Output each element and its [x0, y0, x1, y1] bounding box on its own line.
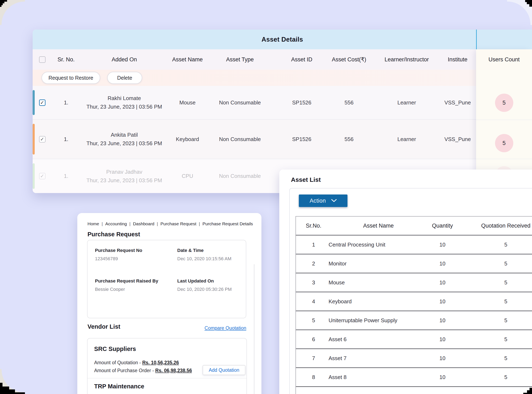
- row-asset-id: SP1526: [272, 120, 332, 159]
- col-sr-no: Sr.No.: [300, 217, 327, 235]
- col-asset-cost: Asset Cost(₹): [324, 49, 375, 70]
- table-row[interactable]: 8 Asset 8 10 5: [296, 368, 532, 387]
- breadcrumb-separator: |: [129, 221, 130, 226]
- row-asset-name: Asset 8: [329, 368, 428, 386]
- add-quotation-button[interactable]: Add Quotation: [203, 365, 245, 375]
- col-users-count: Users Count: [488, 56, 520, 63]
- table-row[interactable]: 7 Asset 7 10 5: [296, 349, 532, 368]
- row-institute: VSS_Pune: [434, 120, 481, 159]
- row-role: Learner: [375, 86, 438, 119]
- row-quantity: 10: [421, 349, 464, 367]
- breadcrumb-item[interactable]: Purchase Request: [160, 221, 196, 226]
- breadcrumb-item[interactable]: Dashboard: [133, 221, 154, 226]
- purchase-order-amount-value: Rs. 06,98,238.56: [155, 368, 192, 373]
- row-asset-name: Keyboard: [329, 292, 428, 311]
- row-asset-name: Keyboard: [157, 120, 218, 159]
- row-sr: 1.: [50, 120, 83, 159]
- purchase-order-amount-label: Amount of Purchase Order -: [94, 368, 155, 373]
- breadcrumb-separator: |: [199, 221, 200, 226]
- breadcrumb-item[interactable]: Accounting: [105, 221, 127, 226]
- row-asset-name: CPU: [157, 159, 218, 193]
- vendor-list-title: Vendor List: [87, 323, 120, 330]
- row-accent-bar: [33, 124, 35, 155]
- select-all-checkbox[interactable]: [39, 56, 46, 63]
- scrollbar[interactable]: [254, 264, 254, 394]
- row-asset-name: Central Processing Unit: [329, 235, 428, 254]
- row-sr: 1: [300, 235, 327, 254]
- col-asset-type: Asset Type: [209, 49, 271, 70]
- table-row[interactable]: 3 Mouse 10 5: [296, 273, 532, 292]
- row-asset-name: Mouse: [157, 86, 218, 119]
- page-title: Purchase Request: [87, 231, 140, 238]
- row-checkbox[interactable]: ✓: [39, 99, 46, 106]
- row-quotation: 5: [479, 311, 532, 330]
- row-accent-bar: [33, 90, 35, 115]
- purchase-request-details-card: Purchase Request No 123456789 Date & Tim…: [87, 240, 246, 318]
- asset-list-table-header: Sr.No. Asset Name Quantity Quotation Rec…: [296, 217, 532, 235]
- row-sr: 1.: [50, 159, 83, 193]
- row-sr: 5: [300, 311, 327, 330]
- asset-list-container: Action Sr.No. Asset Name Quantity Quotat…: [289, 188, 532, 394]
- row-asset-name: Asset 7: [329, 349, 428, 367]
- updated-value: Dec 10, 2020 05:30:26 PM: [177, 287, 232, 292]
- table-row[interactable]: 5 Uniterruptable Power Supply 10 5: [296, 311, 532, 330]
- breadcrumb-item[interactable]: Home: [87, 221, 99, 226]
- asset-details-column-header: Sr. No. Added On Asset Name Asset Type A…: [33, 49, 476, 70]
- asset-details-panel: Asset Details Sr. No. Added On Asset Nam…: [33, 30, 532, 193]
- divider: [87, 378, 247, 378]
- row-added-on: Thur, 23 June, 2023 | 03:56 PM: [86, 177, 162, 184]
- row-sr: 3: [300, 273, 327, 292]
- col-asset-id: Asset ID: [272, 49, 332, 70]
- compare-quotation-link[interactable]: Compare Quotation: [204, 325, 246, 331]
- col-institute: Institute: [434, 49, 481, 70]
- row-checkbox[interactable]: ✓: [39, 136, 46, 142]
- row-asset-cost: 556: [324, 120, 375, 159]
- table-row[interactable]: 6 Asset 6 10 5: [296, 330, 532, 349]
- datetime-value: Dec 10, 2020 10:15:56 AM: [177, 256, 232, 261]
- updated-label: Last Updated On: [177, 278, 214, 284]
- row-asset-name: Asset 6: [329, 330, 428, 348]
- row-asset-name: Uniterruptable Power Supply: [329, 311, 428, 330]
- action-dropdown-button[interactable]: Action: [299, 195, 347, 207]
- datetime-label: Date & Time: [177, 248, 204, 253]
- row-institute: VSS_Pune: [434, 86, 481, 119]
- raised-by-value: Bessie Cooper: [95, 287, 125, 292]
- vendor-list-card: SRC Suppliers Amount of Quotation - Rs. …: [87, 338, 247, 394]
- breadcrumb-item[interactable]: Purchase Request Details: [203, 221, 253, 226]
- col-asset-name: Asset Name: [329, 217, 428, 235]
- corner-curve: [507, 0, 532, 25]
- table-row[interactable]: ✓ 1. Ankita Patil Thur, 23 June, 2023 | …: [33, 119, 476, 159]
- row-quotation: 5: [479, 254, 532, 273]
- row-quantity: 10: [421, 330, 464, 348]
- asset-list-title: Asset List: [291, 176, 321, 183]
- quotation-amount-value: Rs. 10,56,235.26: [142, 360, 179, 365]
- table-row[interactable]: ✓ 1. Rakhi Lomate Thur, 23 June, 2023 | …: [33, 86, 476, 119]
- row-quantity: 10: [421, 292, 464, 311]
- row-sr: 2: [300, 254, 327, 273]
- row-quotation: 5: [479, 235, 532, 254]
- corner-artifact: [524, 0, 532, 8]
- row-divider: [476, 120, 532, 120]
- delete-button[interactable]: Delete: [107, 72, 142, 84]
- asset-list-table-body: 1 Central Processing Unit 10 5 2 Monitor…: [296, 235, 532, 387]
- table-row[interactable]: 1 Central Processing Unit 10 5: [296, 235, 532, 254]
- vendor-name: TRP Maintenance: [94, 383, 144, 390]
- raised-by-label: Purchase Request Raised By: [95, 278, 158, 284]
- row-added-by: Ankita Patil: [111, 132, 138, 138]
- breadcrumb-separator: |: [102, 221, 103, 226]
- request-to-restore-button[interactable]: Request to Restore: [41, 72, 100, 84]
- table-row[interactable]: 4 Keyboard 10 5: [296, 292, 532, 311]
- row-quantity: 10: [421, 235, 464, 254]
- row-added-on: Thur, 23 June, 2023 | 03:56 PM: [86, 104, 162, 110]
- request-no-value: 123456789: [95, 256, 118, 261]
- table-row[interactable]: 2 Monitor 10 5: [296, 254, 532, 273]
- col-added-on: Added On: [84, 49, 165, 70]
- row-checkbox[interactable]: ✓: [39, 173, 46, 179]
- row-asset-name: Mouse: [329, 273, 428, 292]
- row-asset-type: Non Consumable: [209, 86, 271, 119]
- users-count-badge: 5: [495, 94, 513, 112]
- users-column-divider: [476, 30, 477, 49]
- bulk-action-row: Request to Restore Delete: [33, 70, 476, 86]
- asset-list-table: Sr.No. Asset Name Quantity Quotation Rec…: [295, 216, 532, 394]
- corner-curve: [0, 0, 25, 25]
